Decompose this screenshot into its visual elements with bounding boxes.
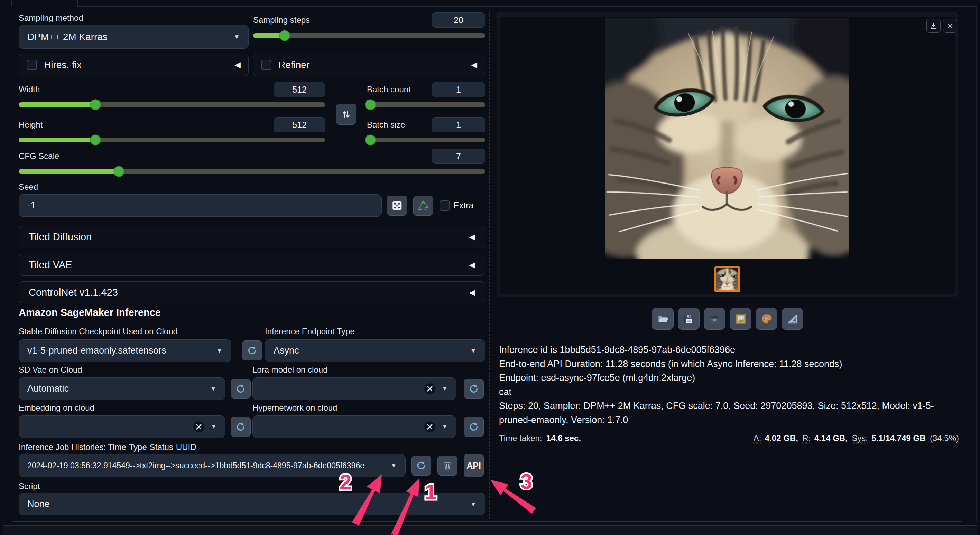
tiled-diffusion-accordion[interactable]: Tiled Diffusion ◀: [19, 226, 485, 248]
cloud-checkpoint-value: v1-5-pruned-emaonly.safetensors: [27, 345, 166, 356]
refiner-accordion[interactable]: Refiner ◀: [253, 54, 485, 76]
width-slider[interactable]: [19, 102, 325, 107]
page-scrollbar[interactable]: [976, 7, 977, 522]
cloud-checkpoint-label: Stable Diffusion Checkpoint Used on Clou…: [19, 327, 178, 336]
api-button[interactable]: API: [464, 454, 484, 477]
chevron-down-icon: ▼: [234, 33, 240, 41]
hires-fix-label: Hires. fix: [44, 59, 82, 70]
outer-container-bottom-border: [3, 525, 977, 525]
batch-count-slider-handle[interactable]: [365, 100, 376, 110]
accordion-collapse-icon[interactable]: ◀: [469, 288, 475, 297]
height-label: Height: [19, 120, 43, 130]
refiner-checkbox[interactable]: [261, 60, 272, 70]
cfg-scale-slider-handle[interactable]: [114, 166, 124, 177]
hypernetwork-label: Hypernetwork on cloud: [253, 403, 337, 413]
footer-strip: [3, 526, 977, 535]
panel-divider: [489, 12, 490, 519]
seed-label: Seed: [19, 182, 38, 192]
refresh-checkpoint-button[interactable]: [242, 340, 262, 360]
download-image-button[interactable]: [926, 19, 940, 33]
swap-dimensions-button[interactable]: [336, 104, 356, 125]
image-action-toolbar: [652, 308, 803, 330]
delete-job-button[interactable]: [438, 456, 458, 476]
sampling-steps-label: Sampling steps: [253, 15, 310, 25]
clear-selection-icon[interactable]: [192, 420, 205, 433]
archive-box-icon: [708, 313, 721, 325]
accordion-collapse-icon[interactable]: ◀: [234, 60, 241, 70]
cfg-scale-slider[interactable]: [19, 169, 485, 174]
download-icon: [929, 22, 938, 30]
batch-count-slider[interactable]: [367, 102, 485, 107]
chevron-down-icon: ▼: [470, 500, 477, 508]
width-input[interactable]: 512: [274, 82, 325, 97]
tab-bar-underline: [77, 6, 977, 7]
extra-seed-checkbox[interactable]: [439, 200, 450, 211]
cfg-scale-input[interactable]: 7: [432, 149, 485, 164]
chevron-down-icon: ▼: [470, 347, 477, 355]
accordion-collapse-icon[interactable]: ◀: [469, 232, 475, 241]
refresh-lora-button[interactable]: [464, 379, 484, 399]
hires-fix-accordion[interactable]: Hires. fix ◀: [19, 54, 249, 76]
seed-value: -1: [27, 200, 36, 211]
sd-vae-dropdown[interactable]: Automatic ▼: [19, 378, 225, 400]
thumbnail-image: [716, 268, 738, 290]
save-image-button[interactable]: [678, 308, 700, 330]
script-dropdown[interactable]: None ▼: [19, 493, 485, 515]
hires-fix-checkbox[interactable]: [27, 60, 37, 70]
job-histories-dropdown[interactable]: 2024-02-19 03:56:32.914549-->txt2img-->s…: [19, 454, 406, 477]
memory-stats: A: 4.02 GB, R: 4.14 GB, Sys: 5.1/14.749 …: [754, 433, 959, 443]
width-slider-handle[interactable]: [90, 100, 101, 110]
random-seed-button[interactable]: [387, 195, 407, 216]
refresh-embedding-button[interactable]: [231, 417, 251, 437]
controlnet-label: ControlNet v1.1.423: [29, 287, 118, 298]
refresh-icon: [247, 345, 257, 356]
hypernetwork-dropdown[interactable]: ▼: [253, 416, 456, 438]
cloud-checkpoint-dropdown[interactable]: v1-5-pruned-emaonly.safetensors ▼: [19, 340, 231, 362]
batch-size-slider-handle[interactable]: [365, 135, 376, 146]
inference-id-line: Inference id is 1bbd5d51-9dc8-4895-97ab-…: [499, 343, 963, 357]
sampling-method-dropdown[interactable]: DPM++ 2M Karras ▼: [19, 25, 249, 49]
accordion-collapse-icon[interactable]: ◀: [471, 60, 477, 70]
api-duration-line: End-to-end API Duration: 11.28 seconds (…: [499, 357, 963, 371]
controlnet-accordion[interactable]: ControlNet v1.1.423 ◀: [19, 281, 485, 303]
clear-selection-icon[interactable]: [423, 420, 436, 433]
sampling-steps-slider-handle[interactable]: [279, 30, 290, 41]
reuse-seed-button[interactable]: [413, 195, 433, 216]
refresh-hypernetwork-button[interactable]: [464, 417, 484, 437]
clear-selection-icon[interactable]: [423, 382, 436, 395]
sampling-steps-input[interactable]: 20: [432, 13, 485, 28]
batch-count-input[interactable]: 1: [432, 82, 485, 97]
tiled-vae-accordion[interactable]: Tiled VAE ◀: [19, 254, 485, 276]
sampling-method-label: Sampling method: [19, 13, 83, 23]
prompt-line: cat: [499, 385, 963, 399]
height-input[interactable]: 512: [274, 117, 325, 132]
open-folder-button[interactable]: [652, 308, 674, 330]
embedding-dropdown[interactable]: ▼: [19, 416, 225, 438]
annotation-arrow-3-head: [490, 480, 508, 495]
picture-frame-icon: [735, 313, 747, 325]
accordion-collapse-icon[interactable]: ◀: [469, 260, 475, 270]
gallery-thumbnail-selected[interactable]: [714, 267, 740, 292]
chevron-down-icon: ▼: [442, 424, 447, 430]
send-to-img2img-button[interactable]: [730, 308, 751, 330]
height-slider-handle[interactable]: [90, 135, 101, 146]
close-preview-button[interactable]: [943, 19, 957, 33]
endpoint-type-dropdown[interactable]: Async ▼: [265, 340, 485, 362]
send-to-extras-button[interactable]: [781, 308, 803, 330]
height-slider[interactable]: [19, 138, 325, 142]
annotation-arrow-2-head: [367, 474, 382, 494]
batch-size-input[interactable]: 1: [432, 117, 485, 132]
lora-dropdown[interactable]: ▼: [253, 378, 456, 400]
send-to-inpaint-button[interactable]: [756, 308, 777, 330]
sampling-steps-slider[interactable]: [253, 33, 485, 38]
height-group: Height 512: [19, 117, 325, 142]
generated-image[interactable]: [605, 17, 849, 259]
refresh-icon: [469, 384, 479, 394]
embedding-label: Embedding on cloud: [19, 403, 94, 413]
seed-input[interactable]: -1: [19, 194, 382, 217]
refresh-icon: [416, 460, 426, 471]
refresh-job-histories-button[interactable]: [411, 456, 431, 476]
save-zip-button[interactable]: [704, 308, 725, 330]
refresh-sd-vae-button[interactable]: [231, 379, 251, 399]
batch-size-slider[interactable]: [367, 138, 485, 142]
